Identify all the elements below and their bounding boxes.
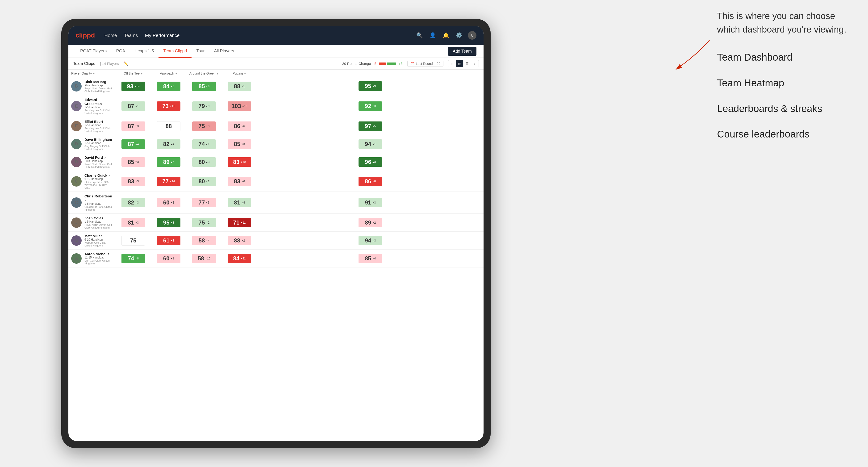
player-club: Royal North Devon Golf Club, United King… [85, 87, 113, 93]
player-cell[interactable]: E Edward Crossman 1-5 Handicap Sunningda… [68, 95, 116, 117]
player-cell[interactable]: B Blair McHarg Plus Handicap Royal North… [68, 77, 116, 95]
sub-nav-tab[interactable]: PGA [111, 45, 130, 58]
player-cell[interactable]: D David Ford ✓ Plus Handicap Royal North… [68, 153, 116, 171]
player-club: Craigmillar Park, United Kingdom [85, 206, 113, 211]
metric-score: 84 [233, 255, 240, 262]
putting-cell: 97 ▲5 [257, 117, 484, 135]
metric-score: 71 [233, 219, 240, 226]
sub-nav-tab[interactable]: Hcaps 1-5 [130, 45, 158, 58]
off-tee-sort-arrow[interactable]: ▼ [141, 72, 143, 75]
metric-change: ▼3 [170, 239, 174, 242]
bell-icon[interactable]: 🔔 [441, 31, 450, 40]
player-cell[interactable]: C Chris Robertson ✓ 1-5 Handicap Craigmi… [68, 192, 116, 214]
player-avatar: C [71, 197, 82, 208]
list-view-button[interactable]: ☰ [464, 60, 471, 67]
sub-nav-tab[interactable]: PGAT Players [75, 45, 111, 58]
user-icon[interactable]: 👤 [428, 31, 437, 40]
player-cell[interactable]: J Josh Coles 1-5 Handicap Royal North De… [68, 214, 116, 231]
metric-score: 74 [198, 141, 205, 148]
metric-change: ▼3 [206, 201, 210, 204]
player-avatar: C [71, 176, 82, 187]
settings-icon[interactable]: ⚙️ [455, 31, 463, 40]
player-info: Edward Crossman 1-5 Handicap Sunningdale… [85, 98, 113, 115]
player-quality-cell: 82 ▲3 [116, 192, 151, 214]
off-tee-cell: 84 ▲6 [151, 77, 186, 95]
around-green-sort-arrow[interactable]: ▼ [217, 72, 219, 75]
putting-cell: 85 ▼4 [257, 250, 484, 268]
table-wrapper: Player Quality ▼ Off the Tee ▼ Approach … [68, 69, 484, 441]
metric-change: ▲9 [372, 85, 376, 88]
player-cell[interactable]: A Aaron Nicholls 11-15 Handicap Drift Go… [68, 250, 116, 268]
sub-nav-tab[interactable]: All Players [210, 45, 239, 58]
putting-sort-arrow[interactable]: ▼ [244, 72, 246, 75]
table-row: E Elliot Ebert 1-5 Handicap Sunningdale … [68, 117, 484, 135]
metric-box: 82 ▲4 [157, 139, 181, 149]
last-rounds-button[interactable]: 📅 Last Rounds: 20 [407, 61, 443, 67]
around-green-cell: 86 ▼6 [222, 117, 257, 135]
player-cell[interactable]: M Matt Miller 6-10 Handicap Woburn Golf … [68, 231, 116, 250]
metric-change: ▲4 [170, 143, 174, 146]
metric-box: 86 ▼6 [228, 121, 251, 131]
metric-box: 94 ▲1 [359, 139, 382, 149]
grid-view-button[interactable]: ⊞ [448, 60, 456, 67]
round-change: 20 Round Change -5 +5 [342, 62, 403, 66]
player-cell[interactable]: D Dave Billingham 1-5 Handicap Gog Magog… [68, 135, 116, 153]
approach-cell: 75 ▼3 [186, 117, 222, 135]
data-table: Player Quality ▼ Off the Tee ▼ Approach … [68, 69, 484, 268]
putting-cell: 95 ▲9 [257, 77, 484, 95]
player-avatar: E [71, 121, 82, 131]
metric-change: ▲1 [372, 143, 376, 146]
metric-box: 88 ▼2 [228, 236, 251, 245]
nav-link[interactable]: Teams [124, 33, 138, 38]
metric-score: 92 [365, 103, 371, 110]
table-row: A Aaron Nicholls 11-15 Handicap Drift Go… [68, 250, 484, 268]
player-quality-cell: 74 ▲8 [116, 250, 151, 268]
player-name: Josh Coles [85, 216, 113, 220]
metric-score: 95 [163, 219, 169, 226]
player-sort-arrow[interactable]: ▼ [93, 72, 95, 75]
metric-score: 103 [231, 103, 241, 110]
player-cell[interactable]: C Charlie Quick ✓ 6-10 Handicap St. Geor… [68, 171, 116, 192]
logo[interactable]: clippd [75, 32, 95, 39]
metric-change: ▼2 [241, 239, 245, 242]
avatar[interactable]: U [468, 31, 476, 40]
metric-score: 77 [162, 178, 169, 185]
edit-icon[interactable]: ✏️ [123, 61, 128, 66]
player-cell[interactable]: E Elliot Ebert 1-5 Handicap Sunningdale … [68, 117, 116, 135]
metric-box: 80 ▲1 [192, 177, 216, 186]
approach-sort-arrow[interactable]: ▼ [175, 72, 177, 75]
around-green-cell: 88 ▼2 [222, 231, 257, 250]
player-info: Chris Robertson ✓ 1-5 Handicap Craigmill… [85, 194, 113, 211]
metric-box: 61 ▼3 [157, 236, 181, 245]
approach-cell: 58 ▲4 [186, 231, 222, 250]
heatmap-view-button[interactable]: ▦ [456, 60, 464, 67]
metric-box: 93 ▲+4 [121, 82, 145, 91]
nav-icons: 🔍 👤 🔔 ⚙️ U [415, 31, 476, 40]
sub-nav-tab[interactable]: Tour [191, 45, 209, 58]
player-hcp: 11-15 Handicap [85, 256, 113, 259]
metric-change: ▲7 [170, 160, 174, 164]
metric-box: 75 [121, 236, 145, 246]
metric-box: 87 ▼3 [121, 121, 145, 131]
nav-link[interactable]: My Performance [145, 33, 180, 38]
table-row: M Matt Miller 6-10 Handicap Woburn Golf … [68, 231, 484, 250]
player-club: Sunningdale Golf Club, United Kingdom [85, 127, 113, 132]
team-header: Team Clippd | 14 Players ✏️ 20 Round Cha… [68, 58, 484, 69]
metric-box: 85 ▲8 [192, 82, 216, 91]
nav-link[interactable]: Home [104, 33, 117, 38]
off-tee-cell: 95 ▲8 [151, 214, 186, 231]
off-tee-cell: 88 [151, 117, 186, 135]
metric-score: 82 [128, 199, 134, 206]
search-icon[interactable]: 🔍 [415, 31, 424, 40]
putting-cell: 91 ▼3 [257, 192, 484, 214]
metric-score: 60 [163, 199, 169, 206]
sort-button[interactable]: ↕ [471, 60, 478, 67]
metric-change: ▲1 [135, 104, 139, 108]
metric-box: 87 ▲1 [121, 101, 145, 111]
metric-change: ▼3 [135, 160, 139, 164]
add-team-button[interactable]: Add Team [448, 47, 476, 56]
player-info: Matt Miller 6-10 Handicap Woburn Golf Cl… [85, 234, 113, 247]
dashboard-option: Leaderboards & streaks [717, 102, 854, 116]
col-off-tee-header: Off the Tee ▼ [116, 69, 151, 77]
sub-nav-tab[interactable]: Team Clippd [158, 45, 191, 58]
